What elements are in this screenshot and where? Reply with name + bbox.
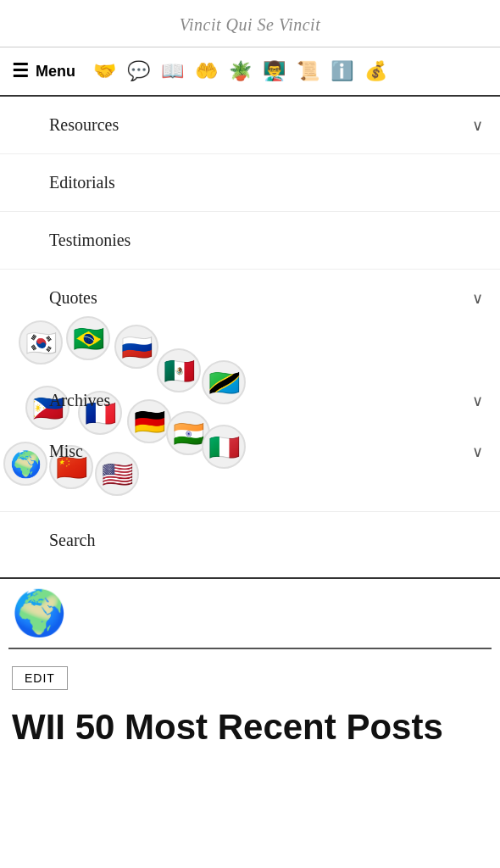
coin-icon[interactable]: 💰 (360, 56, 391, 86)
germany-flag: 🇩🇪 (127, 399, 171, 443)
menu-item-search[interactable]: Search (0, 511, 500, 569)
korea-flag: 🇰🇷 (19, 320, 63, 364)
bottom-divider (8, 648, 492, 649)
chevron-down-icon-misc: ∨ (472, 442, 483, 461)
chevron-down-icon-archives: ∨ (472, 392, 483, 410)
teacher-icon[interactable]: 👨‍🏫 (258, 56, 289, 86)
globe-container: 🌍 (0, 579, 500, 648)
page-title: WII 50 Most Recent Posts (0, 698, 500, 765)
usa-flag: 🇺🇸 (95, 452, 139, 496)
site-header: Vincit Qui Se Vincit (0, 0, 500, 47)
italy-flag: 🇮🇹 (202, 425, 246, 469)
menu-item-quotes-label: Quotes (49, 288, 97, 308)
nav-bar: ☰ Menu 🤝 💬 📖 🤲 🪴 👨‍🏫 📜 ℹ️ 💰 (0, 47, 500, 97)
bible-icon[interactable]: 📖 (157, 56, 187, 86)
menu-item-testimonies[interactable]: Testimonies (0, 212, 500, 270)
hamburger-icon: ☰ (12, 62, 29, 81)
scroll-icon[interactable]: 📜 (292, 56, 323, 86)
giving-icon[interactable]: 🤲 (191, 56, 221, 86)
edit-section: EDIT (0, 666, 500, 698)
menu-item-search-label: Search (49, 531, 95, 550)
menu-items: Resources ∨ Editorials Testimonies Quote… (0, 97, 500, 579)
menu-item-editorials-label: Editorials (49, 173, 115, 192)
china-flag: 🇨🇳 (49, 445, 93, 489)
handshake-icon[interactable]: 🤝 (89, 56, 119, 86)
plant-icon[interactable]: 🪴 (225, 56, 255, 86)
philippines-flag: 🇵🇭 (25, 386, 69, 430)
brazil-flag: 🇧🇷 (66, 316, 110, 360)
russia-flag: 🇷🇺 (114, 325, 158, 369)
menu-item-testimonies-label: Testimonies (49, 231, 131, 250)
nav-icons: 🤝 💬 📖 🤲 🪴 👨‍🏫 📜 ℹ️ 💰 (89, 56, 391, 86)
edit-button[interactable]: EDIT (12, 666, 68, 690)
speech-bubble-icon[interactable]: 💬 (123, 56, 153, 86)
globe-icon[interactable]: 🌍 (12, 587, 67, 639)
menu-item-resources-label: Resources (49, 115, 119, 135)
flag-cluster: 🇰🇷 🇧🇷 🇷🇺 🇲🇽 🇹🇿 🇵🇭 🇫🇷 🇩🇪 🇮🇳 🇮🇹 🌍 🇨🇳 🇺🇸 Ar… (0, 316, 500, 511)
info-icon[interactable]: ℹ️ (326, 56, 357, 86)
arab-league-flag: 🌍 (3, 442, 47, 486)
menu-item-editorials[interactable]: Editorials (0, 154, 500, 212)
menu-toggle[interactable]: ☰ Menu (12, 62, 75, 81)
menu-item-resources[interactable]: Resources ∨ (0, 97, 500, 154)
menu-item-quotes[interactable]: Quotes ∨ (0, 270, 500, 316)
tanzania-flag: 🇹🇿 (202, 360, 246, 404)
site-title: Vincit Qui Se Vincit (180, 15, 320, 34)
menu-item-archives-overlay: Archives ∨ (0, 391, 500, 410)
chevron-down-icon: ∨ (472, 116, 483, 135)
france-flag: 🇫🇷 (78, 391, 122, 435)
mexico-flag: 🇲🇽 (157, 348, 201, 392)
chevron-down-icon-quotes: ∨ (472, 289, 483, 308)
menu-label: Menu (36, 63, 75, 81)
